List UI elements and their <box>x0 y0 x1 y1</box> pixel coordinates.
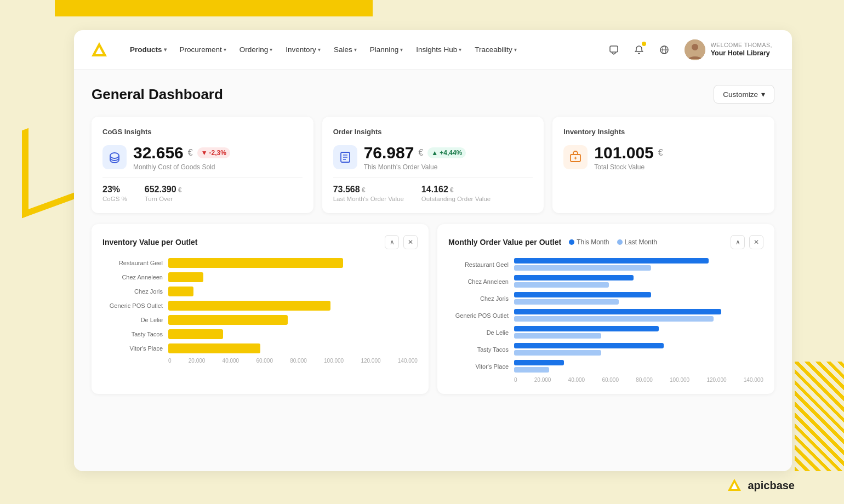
monthly-chart-controls: ∧ ✕ <box>731 235 763 249</box>
page-title: General Dashboard <box>92 86 223 103</box>
chevron-down-icon: ▾ <box>761 90 765 99</box>
chevron-down-icon: ▾ <box>270 47 272 53</box>
order-outstanding-label: Outstanding Order Value <box>421 196 491 202</box>
cogs-turnover-item: 652.390 € Turn Over <box>145 185 182 202</box>
this-month-bar <box>514 360 564 365</box>
monthly-bar-track <box>514 326 763 339</box>
monthly-chart-title: Monthly Order Value per Outlet <box>448 238 561 247</box>
nav-item-procurement[interactable]: Procurement ▾ <box>174 42 232 57</box>
order-change-badge: ▲ +4,44% <box>427 147 466 158</box>
inventory-bars-container: Restaurant Geel Chez Anneleen Chez Joris… <box>102 258 418 353</box>
inventory-insight-card: Inventory Insights 101.005 € <box>552 117 774 213</box>
inventory-chart-title: Inventory Value per Outlet <box>102 238 198 247</box>
bottom-brand: apicbase <box>726 477 795 494</box>
order-last-month-item: 73.568 € Last Month's Order Value <box>333 185 404 202</box>
order-value-block: 76.987 € ▲ +4,44% <box>364 144 466 162</box>
bar-fill <box>168 301 330 311</box>
inventory-chart-close-button[interactable]: ✕ <box>403 235 418 249</box>
this-month-bar <box>514 275 634 280</box>
monthly-bar-label: Tasty Tacos <box>448 346 514 353</box>
nav-item-sales[interactable]: Sales ▾ <box>328 42 362 57</box>
monthly-bar-track <box>514 292 763 305</box>
last-month-bar <box>514 316 714 322</box>
navbar: Products ▾ Procurement ▾ Ordering ▾ Inve… <box>74 30 792 70</box>
monthly-chart-collapse-button[interactable]: ∧ <box>731 235 745 249</box>
inventory-chart-header: Inventory Value per Outlet ∧ ✕ <box>102 235 418 249</box>
monthly-bar-label: Chez Anneleen <box>448 278 514 285</box>
list-item: Vitor's Place <box>102 343 418 353</box>
inventory-chart-controls: ∧ ✕ <box>385 235 418 249</box>
list-item: De Lelie <box>102 315 418 325</box>
inventory-bar-chart: Restaurant Geel Chez Anneleen Chez Joris… <box>102 258 418 364</box>
inventory-chart-collapse-button[interactable]: ∧ <box>385 235 399 249</box>
cogs-percent-value: 23% <box>102 185 127 194</box>
bar-fill <box>168 329 223 339</box>
monthly-bar-label: Restaurant Geel <box>448 261 514 268</box>
order-title: Order Insights <box>333 128 533 136</box>
last-month-bar <box>514 299 619 305</box>
legend-this-month-dot <box>569 239 574 245</box>
nav-item-traceability[interactable]: Traceability ▾ <box>469 42 522 57</box>
avatar <box>685 39 705 60</box>
chevron-down-icon: ▾ <box>400 47 403 53</box>
brand-logo-icon <box>726 477 743 494</box>
list-item: De Lelie <box>448 326 763 339</box>
page-header: General Dashboard Customize ▾ <box>92 85 774 104</box>
this-month-bar <box>514 326 659 331</box>
last-month-bar <box>514 282 609 288</box>
content-area: General Dashboard Customize ▾ CoGS Insig… <box>74 70 792 471</box>
monthly-bars-container: Restaurant Geel Chez Anneleen Chez Joris… <box>448 258 763 373</box>
notifications-button[interactable] <box>630 41 648 59</box>
cogs-percent-item: 23% CoGS % <box>102 185 127 202</box>
cogs-title: CoGS Insights <box>102 128 303 136</box>
nav-items: Products ▾ Procurement ▾ Ordering ▾ Inve… <box>124 42 605 57</box>
bar-track <box>168 287 418 296</box>
this-month-bar <box>514 343 664 348</box>
list-item: Tasty Tacos <box>448 343 763 356</box>
last-month-bar <box>514 265 651 271</box>
this-month-bar <box>514 292 651 297</box>
main-card: Products ▾ Procurement ▾ Ordering ▾ Inve… <box>74 30 792 471</box>
bar-label: Vitor's Place <box>102 345 168 352</box>
inventory-icon <box>563 145 588 169</box>
chevron-down-icon: ▾ <box>318 47 321 53</box>
monthly-chart-card: Monthly Order Value per Outlet This Mont… <box>437 224 774 394</box>
nav-item-ordering[interactable]: Ordering ▾ <box>234 42 278 57</box>
cogs-main-row: 32.656 € ▼ -2,3% Monthly Cost of Goods S… <box>102 144 303 171</box>
bg-triangle-decoration <box>22 111 77 218</box>
customize-button[interactable]: Customize ▾ <box>714 85 774 104</box>
list-item: Vitor's Place <box>448 360 763 373</box>
svg-point-10 <box>110 153 119 158</box>
this-month-bar <box>514 258 709 264</box>
list-item: Tasty Tacos <box>102 329 418 339</box>
order-value: 76.987 <box>364 144 414 162</box>
monthly-bar-track <box>514 360 763 373</box>
cogs-insight-card: CoGS Insights 32.656 € <box>92 117 313 213</box>
list-item: Chez Anneleen <box>102 272 418 282</box>
nav-item-inventory[interactable]: Inventory ▾ <box>280 42 326 57</box>
bar-track <box>168 343 418 353</box>
nav-item-planning[interactable]: Planning ▾ <box>364 42 409 57</box>
monthly-bar-label: De Lelie <box>448 329 514 336</box>
monthly-bar-track <box>514 258 763 271</box>
nav-item-products[interactable]: Products ▾ <box>124 42 172 57</box>
order-last-month-value: 73.568 € <box>333 185 404 194</box>
messages-button[interactable] <box>605 41 623 59</box>
globe-button[interactable] <box>655 41 674 59</box>
monthly-axis: 020.00040.00060.00080.000100.000120.0001… <box>448 377 763 383</box>
nav-logo-icon[interactable] <box>89 40 109 60</box>
user-subtitle: Your Hotel Library <box>711 49 772 58</box>
inventory-label: Total Stock Value <box>594 163 663 171</box>
user-profile[interactable]: WELCOME THOMAS, Your Hotel Library <box>680 37 777 62</box>
bar-fill <box>168 315 288 325</box>
svg-rect-4 <box>610 46 618 52</box>
order-sub-row: 73.568 € Last Month's Order Value 14.162… <box>333 177 533 202</box>
nav-item-insights-hub[interactable]: Insights Hub ▾ <box>410 42 467 57</box>
legend-this-month: This Month <box>569 238 609 246</box>
monthly-chart-close-button[interactable]: ✕ <box>749 235 763 249</box>
bell-icon <box>634 45 644 55</box>
arrow-down-icon: ▼ <box>201 149 208 157</box>
charts-row: Inventory Value per Outlet ∧ ✕ Restauran… <box>92 224 774 394</box>
bar-label: Chez Joris <box>102 288 168 295</box>
cogs-turnover-label: Turn Over <box>145 196 182 202</box>
